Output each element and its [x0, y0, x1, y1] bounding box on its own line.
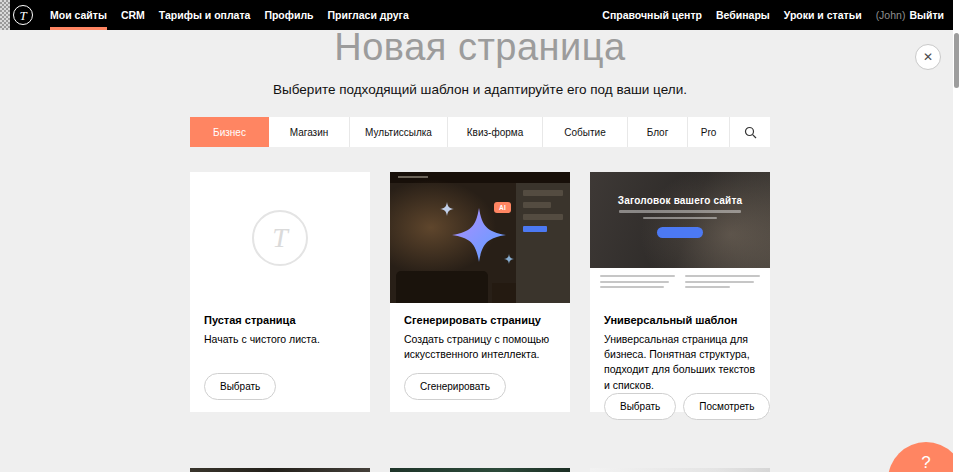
- tab-blog[interactable]: Блог: [628, 117, 688, 147]
- template-card-blank: T Пустая страница Начать с чистого листа…: [190, 172, 370, 412]
- tilda-watermark-icon: T: [252, 210, 308, 266]
- logout-label: Выйти: [909, 9, 944, 21]
- template-card-ai-generate: AI Сгенерировать страницу Создать страни…: [390, 172, 570, 412]
- nav-item-profile[interactable]: Профиль: [257, 0, 320, 30]
- ai-badge: AI: [494, 202, 511, 213]
- preview-sofa-shape: [396, 271, 488, 303]
- preview-hero-title: Заголовок вашего сайта: [590, 172, 770, 206]
- account-name: (John): [876, 9, 906, 21]
- card-title: Универсальный шаблон: [604, 314, 756, 326]
- scrollbar-track: [953, 0, 960, 472]
- secondary-nav: Справочный центр Вебинары Уроки и статьи…: [602, 9, 960, 21]
- small-sparkle-icon: [504, 254, 514, 264]
- ai-star-icon: [452, 208, 506, 262]
- tab-business[interactable]: Бизнес: [190, 117, 269, 147]
- nav-item-invite-friend[interactable]: Пригласи друга: [321, 0, 416, 30]
- close-button[interactable]: ✕: [915, 44, 941, 70]
- card-title: Пустая страница: [204, 314, 356, 326]
- nav-item-help-center[interactable]: Справочный центр: [602, 9, 702, 21]
- tab-event[interactable]: Событие: [543, 117, 628, 147]
- template-grid: T Пустая страница Начать с чистого листа…: [190, 172, 770, 412]
- preview-text-block: [590, 268, 770, 303]
- page-title: Новая страница: [0, 26, 960, 69]
- search-icon: [744, 126, 757, 139]
- template-category-tabs: Бизнес Магазин Мультиссылка Квиз-форма С…: [190, 117, 770, 147]
- nav-item-crm[interactable]: CRM: [114, 0, 152, 30]
- card-description: Универсальная страница для бизнеса. Поня…: [604, 332, 756, 393]
- template-card-partial[interactable]: [590, 468, 770, 472]
- card-title: Сгенерировать страницу: [404, 314, 556, 326]
- card-description: Создать страницу с помощью искусственног…: [404, 332, 556, 362]
- primary-nav: Мои сайты CRM Тарифы и оплата Профиль Пр…: [43, 0, 416, 30]
- preview-hero: Заголовок вашего сайта: [590, 172, 770, 268]
- tab-pro[interactable]: Pro: [688, 117, 730, 147]
- checker-pattern: [0, 0, 10, 30]
- choose-blank-button[interactable]: Выбрать: [204, 373, 276, 400]
- template-card-partial[interactable]: [390, 468, 570, 472]
- nav-item-webinars[interactable]: Вебинары: [716, 9, 770, 21]
- close-icon: ✕: [923, 51, 933, 63]
- page-subtitle: Выберите подходящий шаблон и адаптируйте…: [0, 82, 960, 97]
- tab-search[interactable]: [730, 117, 770, 147]
- help-button[interactable]: ?: [888, 442, 960, 472]
- template-card-universal: Заголовок вашего сайта Универсальн: [590, 172, 770, 412]
- question-mark-icon: ?: [921, 453, 930, 472]
- tab-shop[interactable]: Магазин: [269, 117, 350, 147]
- universal-template-preview: Заголовок вашего сайта: [590, 172, 770, 303]
- tilda-logo-icon[interactable]: T: [13, 5, 33, 25]
- blank-page-preview: T: [190, 172, 370, 303]
- tab-multilink[interactable]: Мультиссылка: [350, 117, 448, 147]
- top-navbar: T Мои сайты CRM Тарифы и оплата Профиль …: [0, 0, 960, 30]
- nav-item-my-sites[interactable]: Мои сайты: [43, 0, 114, 30]
- choose-template-button[interactable]: Выбрать: [604, 393, 676, 420]
- preview-side-panel: [516, 183, 570, 303]
- nav-item-billing[interactable]: Тарифы и оплата: [152, 0, 258, 30]
- preview-text-line: [619, 210, 741, 213]
- card-description: Начать с чистого листа.: [204, 332, 356, 347]
- ai-generate-preview: AI: [390, 172, 570, 303]
- logout-link[interactable]: (John) Выйти: [876, 9, 944, 21]
- next-template-row: [190, 468, 770, 472]
- template-card-partial[interactable]: [190, 468, 370, 472]
- tab-quiz-form[interactable]: Квиз-форма: [448, 117, 543, 147]
- preview-text-line: [643, 217, 717, 220]
- scrollbar-thumb[interactable]: [954, 33, 959, 88]
- view-template-button[interactable]: Посмотреть: [683, 393, 770, 420]
- nav-item-lessons[interactable]: Уроки и статьи: [784, 9, 862, 21]
- preview-cta-button: [657, 227, 703, 238]
- generate-button[interactable]: Сгенерировать: [404, 373, 506, 400]
